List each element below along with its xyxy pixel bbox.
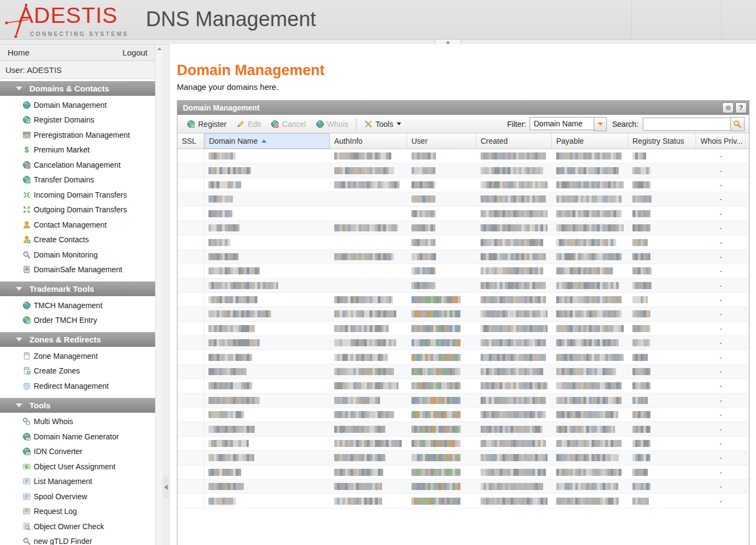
logout-link[interactable]: Logout <box>122 48 147 57</box>
sidebar-item-request-log[interactable]: Request Log <box>0 504 155 519</box>
column-header-ssl[interactable]: SSL <box>177 133 204 149</box>
column-header-registry-status[interactable]: Registry Status <box>628 133 696 149</box>
help-button[interactable]: ? <box>735 102 747 113</box>
cell-payable <box>552 250 628 264</box>
logo-subtitle: CONNECTING SYSTEMS <box>30 30 128 37</box>
redacted-text <box>556 267 613 274</box>
sidebar-item-domainsafe-management[interactable]: DomainSafe Management <box>0 262 155 278</box>
sidebar-item-list-management[interactable]: List Management <box>0 474 155 489</box>
sidebar-item-create-contacts[interactable]: Create Contacts <box>0 232 155 248</box>
sidebar-item-order-tmch-entry[interactable]: Order TMCH Entry <box>0 313 155 328</box>
column-header-domain-name[interactable]: Domain Name <box>204 133 330 149</box>
table-row[interactable]: - <box>177 163 749 177</box>
cell-created <box>476 149 552 163</box>
sidebar-item-create-zones[interactable]: Create Zones <box>0 364 155 379</box>
sidebar-item-premium-market[interactable]: $Premium Market <box>0 143 155 158</box>
column-header-authinfo[interactable]: AuthInfo <box>330 133 407 149</box>
table-row[interactable]: - <box>177 336 749 350</box>
table-row[interactable]: - <box>177 149 749 163</box>
redacted-text <box>411 282 435 289</box>
filter-dropdown-button[interactable] <box>594 117 607 131</box>
sidebar-item-tmch-management[interactable]: TMCH Management <box>0 298 155 313</box>
tools-menu-button[interactable]: Tools <box>359 118 407 131</box>
sidebar-item-domain-monitoring[interactable]: Domain Monitoring <box>0 247 155 262</box>
table-row[interactable]: - <box>177 394 749 408</box>
table-row[interactable]: - <box>177 350 749 364</box>
table-row[interactable]: - <box>177 466 749 480</box>
sidebar-item-object-owner-check[interactable]: Object Owner Check <box>0 519 155 534</box>
settings-button[interactable] <box>722 102 734 113</box>
table-row[interactable]: - <box>177 279 749 293</box>
sidebar-item-outgoing-domain-transfers[interactable]: Outgoing Domain Transfers <box>0 203 155 218</box>
collapse-sidebar-button[interactable] <box>163 476 169 498</box>
cell-registry-status <box>628 451 696 464</box>
sidebar-section-tools[interactable]: Tools <box>0 398 155 413</box>
cell-user <box>407 207 476 221</box>
table-row[interactable]: - <box>177 192 749 206</box>
sidebar-item-spool-overview[interactable]: Spool Overview <box>0 489 155 504</box>
table-row[interactable]: - <box>177 293 749 307</box>
table-row[interactable]: - <box>177 437 749 451</box>
whois-privacy-value: - <box>720 454 722 462</box>
sidebar-item-cancelation-management[interactable]: Cancelation Management <box>0 157 155 173</box>
sidebar: Home Logout User: ADESTIS Domains & Cont… <box>0 45 155 545</box>
column-header-user[interactable]: User <box>407 133 476 149</box>
register-button[interactable]: Register <box>182 118 231 131</box>
table-row[interactable]: - <box>177 451 749 465</box>
cell-authinfo <box>330 293 407 307</box>
filter-select[interactable]: Domain Name <box>530 117 607 131</box>
sidebar-scrollbar[interactable] <box>155 45 163 545</box>
sidebar-item-transfer-domains[interactable]: Transfer Domains <box>0 173 155 188</box>
sidebar-item-idn-converter[interactable]: IDN Converter <box>0 444 155 460</box>
sidebar-item-contact-management[interactable]: Contact Management <box>0 217 155 232</box>
search-input[interactable] <box>643 118 730 131</box>
sidebar-item-preregistration-management[interactable]: Preregistration Management <box>0 127 155 143</box>
cell-domain-name <box>204 322 330 335</box>
column-header-created[interactable]: Created <box>476 133 552 149</box>
sidebar-item-zone-management[interactable]: Zone Management <box>0 348 155 364</box>
sidebar-item-domain-management[interactable]: Domain Management <box>0 97 155 113</box>
search-icon <box>733 120 742 128</box>
table-row[interactable]: - <box>177 408 749 422</box>
sidebar-item-multi-whois[interactable]: Multi Whois <box>0 414 155 430</box>
table-row[interactable]: - <box>177 494 749 508</box>
sidebar-section-trademark-tools[interactable]: Trademark Tools <box>0 281 155 296</box>
sidebar-item-new-gtld-finder[interactable]: new gTLD Finder <box>0 534 155 545</box>
sidebar-section-zones-redirects[interactable]: Zones & Redirects <box>0 332 155 347</box>
column-header-payable[interactable]: Payable <box>552 133 628 149</box>
redacted-text <box>481 426 543 433</box>
table-row[interactable]: - <box>177 480 749 494</box>
sidebar-item-object-user-assignment[interactable]: Object User Assignment <box>0 459 155 474</box>
table-row[interactable]: - <box>177 422 749 436</box>
table-row[interactable]: - <box>177 379 749 393</box>
table-row[interactable]: - <box>177 322 749 336</box>
redacted-text <box>632 310 650 317</box>
redacted-text <box>481 397 546 404</box>
cell-created <box>476 379 552 393</box>
column-header-whois-priv[interactable]: Whois Priv... <box>696 133 746 149</box>
cell-user <box>407 322 476 335</box>
home-link[interactable]: Home <box>8 48 29 57</box>
table-row[interactable]: - <box>177 307 749 321</box>
table-row[interactable]: - <box>177 264 749 278</box>
cell-whois-privacy: - <box>696 494 746 507</box>
sidebar-item-register-domains[interactable]: Register Domains <box>0 113 155 128</box>
svg-text:$: $ <box>24 145 29 154</box>
sidebar-item-incoming-domain-transfers[interactable]: Incoming Domain Transfers <box>0 187 155 203</box>
sidebar-item-redirect-management[interactable]: Redirect Management <box>0 378 155 394</box>
sidebar-item-domain-name-generator[interactable]: Domain Name Generator <box>0 429 155 444</box>
person-icon <box>22 221 31 229</box>
table-row[interactable]: - <box>177 250 749 264</box>
table-row[interactable]: - <box>177 207 749 221</box>
search-button[interactable] <box>730 117 745 131</box>
cell-payable <box>552 235 628 249</box>
redacted-text <box>632 483 650 490</box>
column-label: AuthInfo <box>334 137 362 145</box>
table-row[interactable]: - <box>177 235 749 249</box>
sidebar-splitter[interactable] <box>162 45 170 545</box>
cell-registry-status <box>628 221 696 235</box>
table-row[interactable]: - <box>177 365 749 379</box>
table-row[interactable]: - <box>177 221 749 235</box>
sidebar-section-domains-contacts[interactable]: Domains & Contacts <box>0 81 155 96</box>
table-row[interactable]: - <box>177 178 749 192</box>
